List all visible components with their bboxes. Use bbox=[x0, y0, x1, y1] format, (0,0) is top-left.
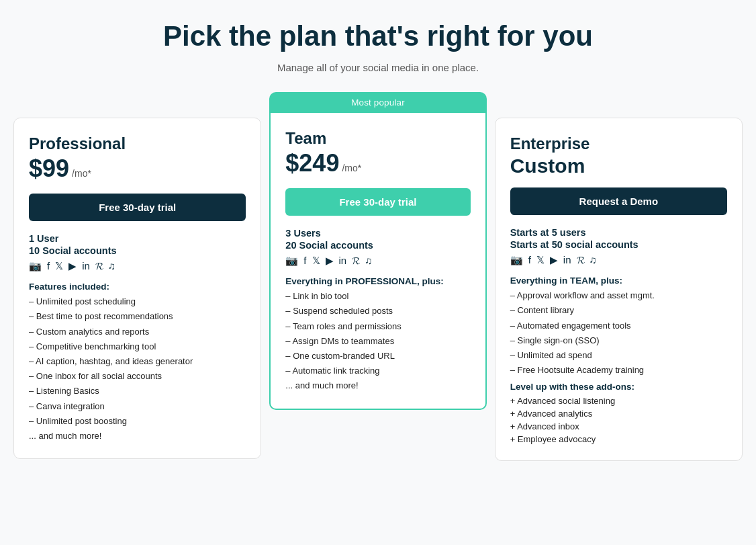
feature-more-team: ... and much more! bbox=[285, 380, 470, 392]
plan-accounts-enterprise: Starts at 50 social accounts bbox=[510, 239, 727, 250]
tiktok-icon: ♫ bbox=[108, 260, 115, 272]
feature-item: – Suspend scheduled posts bbox=[285, 305, 470, 317]
feature-item: – Assign DMs to teammates bbox=[285, 335, 470, 347]
feature-item: – Listening Basics bbox=[29, 385, 246, 397]
page-subtitle: Manage all of your social media in one p… bbox=[13, 62, 743, 73]
twitter-icon: 𝕏 bbox=[536, 254, 545, 266]
feature-item: – One inbox for all social accounts bbox=[29, 370, 246, 382]
tiktok-icon: ♫ bbox=[365, 255, 372, 267]
youtube-icon: ▶ bbox=[550, 254, 558, 266]
plan-card-professional: Professional $99 /mo* Free 30-day trial … bbox=[13, 118, 261, 459]
plan-price-row-professional: $99 /mo* bbox=[29, 155, 246, 183]
addon-item: + Advanced analytics bbox=[510, 409, 727, 419]
tiktok-icon: ♫ bbox=[589, 254, 597, 266]
twitter-icon: 𝕏 bbox=[312, 255, 320, 267]
addon-item: + Advanced inbox bbox=[510, 421, 727, 431]
feature-item: – Single sign-on (SSO) bbox=[510, 335, 727, 347]
addon-item: + Employee advocacy bbox=[510, 434, 727, 444]
pinterest-icon: 𝓡 bbox=[577, 254, 584, 266]
instagram-icon: 📷 bbox=[29, 260, 42, 272]
features-label-enterprise: Everything in TEAM, plus: bbox=[510, 276, 727, 286]
plan-users-team: 3 Users bbox=[285, 228, 470, 239]
plan-name-professional: Professional bbox=[29, 134, 246, 153]
features-label-professional: Features included: bbox=[29, 282, 246, 292]
feature-item: – Link in bio tool bbox=[285, 290, 470, 302]
feature-item: – Automatic link tracking bbox=[285, 365, 470, 377]
plan-name-team: Team bbox=[285, 129, 470, 148]
plan-price-suffix-professional: /mo* bbox=[72, 168, 91, 179]
plan-accounts-professional: 10 Social accounts bbox=[29, 245, 246, 256]
feature-item: – Team roles and permissions bbox=[285, 321, 470, 333]
feature-item: – AI caption, hashtag, and ideas generat… bbox=[29, 355, 246, 368]
linkedin-icon: in bbox=[82, 260, 90, 272]
plan-card-team: Team $249 /mo* Free 30-day trial 3 Users… bbox=[269, 113, 486, 409]
features-label-team: Everything in PROFESSIONAL, plus: bbox=[285, 276, 470, 286]
linkedin-icon: in bbox=[339, 255, 347, 267]
popular-badge: Most popular bbox=[269, 92, 486, 113]
feature-item: – Unlimited post boosting bbox=[29, 415, 246, 427]
feature-item: – One custom-branded URL bbox=[285, 350, 470, 362]
pinterest-icon: 𝓡 bbox=[95, 260, 103, 272]
plan-accounts-team: 20 Social accounts bbox=[285, 240, 470, 251]
plan-users-enterprise: Starts at 5 users bbox=[510, 227, 727, 238]
plan-price-row-team: $249 /mo* bbox=[285, 149, 470, 177]
demo-button-enterprise[interactable]: Request a Demo bbox=[510, 187, 727, 215]
feature-item: – Free Hootsuite Academy training bbox=[510, 364, 727, 376]
feature-item: – Content library bbox=[510, 304, 727, 317]
plan-price-team: $249 bbox=[285, 149, 339, 177]
instagram-icon: 📷 bbox=[285, 255, 298, 267]
trial-button-professional[interactable]: Free 30-day trial bbox=[29, 194, 246, 221]
plan-users-professional: 1 User bbox=[29, 233, 246, 244]
feature-item: – Automated engagement tools bbox=[510, 320, 727, 332]
plan-name-enterprise: Enterprise bbox=[510, 134, 727, 153]
plan-wrapper-team: Most popular Team $249 /mo* Free 30-day … bbox=[269, 92, 486, 409]
plan-price-suffix-team: /mo* bbox=[342, 163, 361, 173]
feature-item: – Approval workflow and asset mgmt. bbox=[510, 290, 727, 302]
plan-price-enterprise: Custom bbox=[510, 155, 727, 177]
feature-item: – Best time to post recommendations bbox=[29, 310, 246, 323]
plan-price-professional: $99 bbox=[29, 155, 69, 183]
facebook-icon: f bbox=[303, 255, 306, 267]
instagram-icon: 📷 bbox=[510, 254, 523, 266]
feature-item: – Canva integration bbox=[29, 401, 246, 413]
trial-button-team[interactable]: Free 30-day trial bbox=[285, 188, 470, 216]
facebook-icon: f bbox=[528, 254, 531, 266]
social-icons-team: 📷 f 𝕏 ▶ in 𝓡 ♫ bbox=[285, 255, 470, 267]
feature-item: – Unlimited ad spend bbox=[510, 349, 727, 362]
pinterest-icon: 𝓡 bbox=[352, 255, 359, 267]
social-icons-enterprise: 📷 f 𝕏 ▶ in 𝓡 ♫ bbox=[510, 254, 727, 266]
addons-label-enterprise: Level up with these add-ons: bbox=[510, 382, 727, 392]
plan-card-enterprise: Enterprise Custom Request a Demo Starts … bbox=[495, 118, 743, 461]
youtube-icon: ▶ bbox=[326, 255, 334, 267]
addon-item: + Advanced social listening bbox=[510, 396, 727, 406]
page-title: Pick the plan that's right for you bbox=[13, 20, 743, 52]
facebook-icon: f bbox=[47, 260, 50, 272]
feature-item: – Custom analytics and reports bbox=[29, 326, 246, 338]
feature-item: – Competitive benchmarking tool bbox=[29, 341, 246, 353]
feature-more-professional: ... and much more! bbox=[29, 430, 246, 442]
plans-container: Professional $99 /mo* Free 30-day trial … bbox=[13, 92, 743, 461]
linkedin-icon: in bbox=[563, 254, 571, 266]
twitter-icon: 𝕏 bbox=[55, 260, 63, 272]
feature-item: – Unlimited post scheduling bbox=[29, 296, 246, 308]
youtube-icon: ▶ bbox=[68, 260, 77, 272]
social-icons-professional: 📷 f 𝕏 ▶ in 𝓡 ♫ bbox=[29, 260, 246, 272]
